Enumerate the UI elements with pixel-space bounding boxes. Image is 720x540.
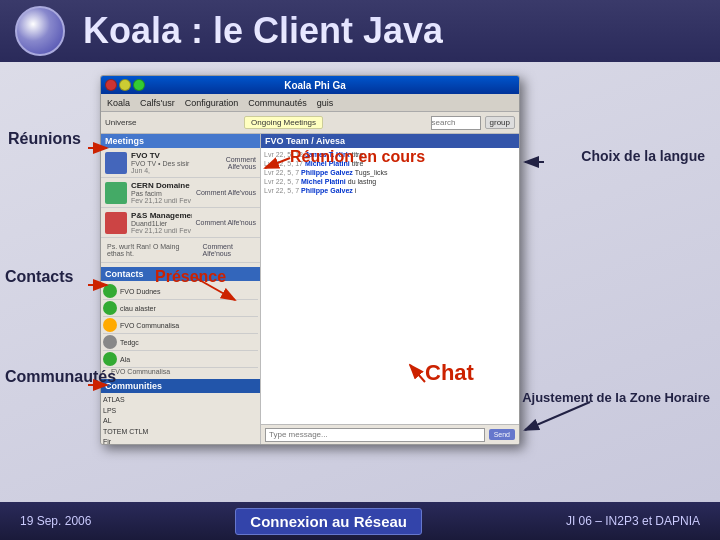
label-ajustement: Ajustement de la Zone Horaire (522, 390, 710, 405)
right-panel: FVO Team / Aivesa Lvr 22, 5, 12 James T.… (261, 134, 519, 444)
close-button[interactable] (105, 79, 117, 91)
contact-name: clau alaster (120, 305, 156, 312)
chat-message: Lvr 22, 5, 7 Michel Platini du lastng (264, 178, 516, 185)
meeting-comment: Comment Alfe'vous (201, 156, 256, 170)
meeting-avatar (105, 182, 127, 204)
message-time: Lvr 22, 5, 7 (264, 169, 299, 176)
meeting-detail: FVO TV • Des sisir (131, 160, 197, 167)
meeting-name: CERN Domaine (131, 181, 192, 190)
team-header: FVO Team / Aivesa (261, 134, 519, 148)
community-item[interactable]: AL (103, 416, 258, 427)
label-reunion-en-cours: Réunion en cours (290, 148, 425, 166)
contact-row[interactable]: clau alaster (103, 300, 258, 317)
titlebar-buttons (105, 79, 145, 91)
label-communautes: Communautés (5, 368, 116, 386)
bottom-bar: 19 Sep. 2006 Connexion au Réseau JI 06 –… (0, 502, 720, 540)
app-titlebar: Koala Phi Ga (101, 76, 519, 94)
meeting-comment: Comment Alfe'vous (196, 189, 256, 196)
group-label: group (485, 116, 515, 129)
community-item[interactable]: LPS (103, 406, 258, 417)
presence-icon (103, 284, 117, 298)
connexion-label: Connexion au Réseau (235, 508, 422, 535)
chat-area: Lvr 22, 5, 12 James T. Kirk titre Lvr 22… (261, 148, 519, 444)
communities-list: ATLAS LPS AL TOTEM CTLM Fir FARM (101, 393, 260, 444)
chat-input-bar: Send (261, 424, 519, 444)
contact-name: Ala (120, 356, 130, 363)
contact-row[interactable]: Tedgc (103, 334, 258, 351)
meeting-time: Fev 21,12 undi Fev 5 (131, 227, 192, 234)
chat-send-button[interactable]: Send (489, 429, 515, 440)
community-item[interactable]: ATLAS (103, 395, 258, 406)
menu-configuration[interactable]: Configuration (185, 98, 239, 108)
slide-title: Koala : le Client Java (83, 10, 443, 52)
date-label: 19 Sep. 2006 (20, 514, 91, 528)
app-window: Koala Phi Ga Koala Calfs'usr Configurati… (100, 75, 520, 445)
meeting-detail-text: Ps. wur!t Ran! O Maing ethas ht. (105, 241, 198, 259)
meeting-item[interactable]: CERN Domaine Pas facim Fev 21,12 undi Fe… (101, 178, 260, 208)
window-title: Koala Phi Ga (284, 80, 346, 91)
search-input[interactable] (431, 116, 481, 130)
universe-label: Universe (105, 118, 137, 127)
message-author: Philippe Galvez (301, 187, 353, 194)
meeting-comment: Comment Alfe'nous (196, 219, 256, 226)
meeting-detail: Duand1Lier (131, 220, 192, 227)
meeting-info: FVO TV FVO TV • Des sisir Jun 4, (131, 151, 197, 174)
minimize-button[interactable] (119, 79, 131, 91)
contact-name: FVO Dudnes (120, 288, 160, 295)
meeting-info: CERN Domaine Pas facim Fev 21,12 undi Fe… (131, 181, 192, 204)
meetings-panel: Meetings FVO TV FVO TV • Des sisir Jun 4… (101, 134, 261, 444)
meeting-comment: Comment Alfe'nous (202, 243, 256, 257)
meeting-name: FVO TV (131, 151, 197, 160)
menu-koala[interactable]: Koala (107, 98, 130, 108)
menu-guis[interactable]: guis (317, 98, 334, 108)
meeting-name: P&S Management (131, 211, 192, 220)
status-label: Ongoing Meetings (244, 116, 323, 129)
contact-name: Tedgc (120, 339, 139, 346)
communities-header: Communities (101, 379, 260, 393)
label-chat: Chat (425, 360, 474, 386)
presence-icon (103, 352, 117, 366)
message-text: Tugs_licks (355, 169, 388, 176)
label-choix-langue: Choix de la langue (581, 148, 705, 164)
presence-icon (103, 301, 117, 315)
chat-messages: Lvr 22, 5, 12 James T. Kirk titre Lvr 22… (261, 148, 519, 424)
label-contacts: Contacts (5, 268, 73, 286)
meeting-detail: Pas facim (131, 190, 192, 197)
meeting-avatar (105, 212, 127, 234)
message-time: Lvr 22, 5, 7 (264, 178, 299, 185)
message-author: Philippe Galvez (301, 169, 353, 176)
presence-icon (103, 318, 117, 332)
message-time: Lvr 22, 5, 7 (264, 187, 299, 194)
chat-input-field[interactable] (265, 428, 485, 442)
chat-message: Lvr 22, 5, 7 Philippe Galvez i (264, 187, 516, 194)
meeting-item[interactable]: Ps. wur!t Ran! O Maing ethas ht. Comment… (101, 238, 260, 263)
meeting-avatar (105, 152, 127, 174)
meeting-time: Fev 21,12 undi Fev 5 (131, 197, 192, 204)
meeting-info: P&S Management Duand1Lier Fev 21,12 undi… (131, 211, 192, 234)
chat-message: Lvr 22, 5, 7 Philippe Galvez Tugs_licks (264, 169, 516, 176)
meeting-item[interactable]: FVO TV FVO TV • Des sisir Jun 4, Comment… (101, 148, 260, 178)
toolbar: Universe Ongoing Meetings group (101, 112, 519, 134)
menu-communautes[interactable]: Communautés (248, 98, 307, 108)
meeting-item[interactable]: P&S Management Duand1Lier Fev 21,12 undi… (101, 208, 260, 238)
maximize-button[interactable] (133, 79, 145, 91)
community-item[interactable]: TOTEM CTLM (103, 427, 258, 438)
menu-calfsur[interactable]: Calfs'usr (140, 98, 175, 108)
meetings-header: Meetings (101, 134, 260, 148)
meeting-time: Jun 4, (131, 167, 197, 174)
title-bar: Koala : le Client Java (0, 0, 720, 62)
contact-row[interactable]: FVO Communalisa (103, 317, 258, 334)
logo-image (15, 6, 65, 56)
conference-label: JI 06 – IN2P3 et DAPNIA (566, 514, 700, 528)
label-presence: Présence (155, 268, 226, 286)
app-body: Meetings FVO TV FVO TV • Des sisir Jun 4… (101, 134, 519, 444)
message-author: Michel Platini (301, 178, 346, 185)
message-text: i (355, 187, 357, 194)
contact-name: FVO Communalisa (120, 322, 179, 329)
presence-icon (103, 335, 117, 349)
contact-subgroup: FVO Communalisa (103, 368, 258, 375)
label-reunions: Réunions (8, 130, 81, 148)
community-item[interactable]: Fir (103, 437, 258, 444)
contacts-label: FVO Dudnes clau alaster FVO Communalisa … (101, 281, 260, 377)
contact-row[interactable]: Ala (103, 351, 258, 368)
